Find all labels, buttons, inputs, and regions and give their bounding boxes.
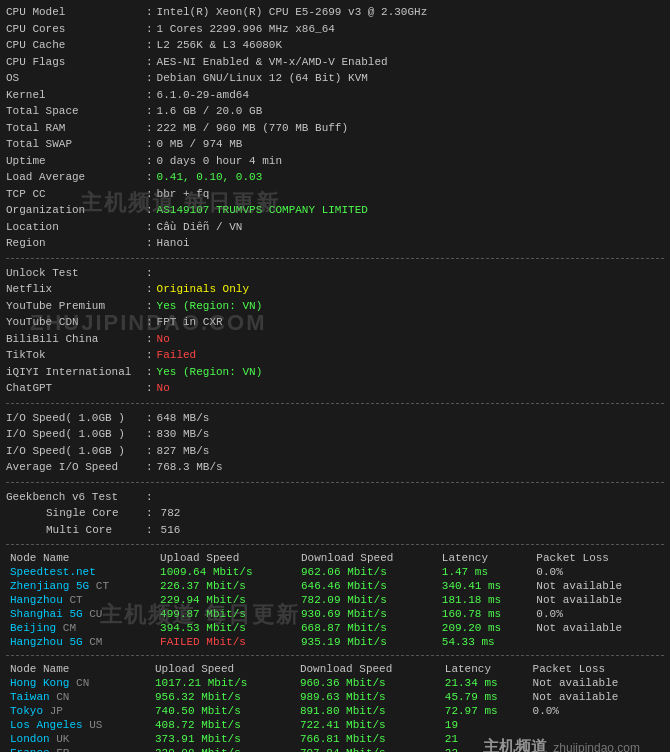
value-tiktok: Failed: [157, 347, 197, 364]
label-unlock-test: Unlock Test: [6, 265, 146, 282]
th-node-name-1: Node Name: [6, 551, 156, 565]
net1-pktloss-0: 0.0%: [532, 565, 664, 579]
divider-1: [6, 258, 664, 259]
net1-upload-5: FAILED Mbit/s: [156, 635, 297, 649]
net1-name-1: Zhenjiang 5G CT: [6, 579, 156, 593]
value-multi-core: 516: [161, 522, 181, 539]
net1-name-4: Beijing CM: [6, 621, 156, 635]
system-row-load-average: Load Average : 0.41, 0.10, 0.03: [6, 169, 664, 186]
system-row-total-swap: Total SWAP : 0 MB / 974 MB: [6, 136, 664, 153]
value-cpu-cores: 1 Cores 2299.996 MHz x86_64: [157, 21, 335, 38]
net1-latency-5: 54.33 ms: [438, 635, 533, 649]
net1-name-0: Speedtest.net: [6, 565, 156, 579]
net1-pktloss-3: 0.0%: [532, 607, 664, 621]
net2-name-4: London UK: [6, 732, 151, 746]
label-tcp-cc: TCP CC: [6, 186, 146, 203]
value-uptime: 0 days 0 hour 4 min: [157, 153, 282, 170]
divider-3: [6, 482, 664, 483]
net2-name-5: France FR: [6, 746, 151, 752]
net1-latency-1: 340.41 ms: [438, 579, 533, 593]
value-organization: AS149107 TRUMVPS COMPANY LIMITED: [157, 202, 368, 219]
net1-latency-0: 1.47 ms: [438, 565, 533, 579]
net1-pktloss-5: [532, 635, 664, 649]
th-pktloss-2: Packet Loss: [529, 662, 664, 676]
value-single-core: 782: [161, 505, 181, 522]
net2-upload-1: 956.32 Mbit/s: [151, 690, 296, 704]
net2-upload-2: 740.50 Mbit/s: [151, 704, 296, 718]
th-node-name-2: Node Name: [6, 662, 151, 676]
net1-download-1: 646.46 Mbit/s: [297, 579, 438, 593]
label-kernel: Kernel: [6, 87, 146, 104]
net1-pktloss-2: Not available: [532, 593, 664, 607]
net1-latency-3: 160.78 ms: [438, 607, 533, 621]
label-bilibili: BiliBili China: [6, 331, 146, 348]
net1-download-2: 782.09 Mbit/s: [297, 593, 438, 607]
bottom-brand-text: 主机频道: [483, 737, 547, 752]
label-io-3: I/O Speed( 1.0GB ): [6, 443, 146, 460]
label-total-space: Total Space: [6, 103, 146, 120]
net2-download-2: 891.80 Mbit/s: [296, 704, 441, 718]
main-container: 主机频道 每日更新 ZHUJIPINDAO.COM 主机频道 每日更新 CPU …: [0, 0, 670, 752]
th-latency-1: Latency: [438, 551, 533, 565]
system-row-cpu-flags: CPU Flags : AES-NI Enabled & VM-x/AMD-V …: [6, 54, 664, 71]
network1-row-1: Zhenjiang 5G CT226.37 Mbit/s646.46 Mbit/…: [6, 579, 664, 593]
net1-upload-1: 226.37 Mbit/s: [156, 579, 297, 593]
net2-latency-3: 19: [441, 718, 529, 732]
value-io-1: 648 MB/s: [157, 410, 210, 427]
network2-row-2: Tokyo JP740.50 Mbit/s891.80 Mbit/s72.97 …: [6, 704, 664, 718]
label-os: OS: [6, 70, 146, 87]
value-iqiyi: Yes (Region: VN): [157, 364, 263, 381]
net1-download-5: 935.19 Mbit/s: [297, 635, 438, 649]
net1-download-0: 962.06 Mbit/s: [297, 565, 438, 579]
value-cpu-model: Intel(R) Xeon(R) CPU E5-2699 v3 @ 2.30GH…: [157, 4, 428, 21]
io-section: I/O Speed( 1.0GB ) : 648 MB/s I/O Speed(…: [6, 410, 664, 476]
network1-row-0: Speedtest.net 1009.64 Mbit/s962.06 Mbit/…: [6, 565, 664, 579]
value-cpu-flags: AES-NI Enabled & VM-x/AMD-V Enabled: [157, 54, 388, 71]
system-row-region: Region : Hanoi: [6, 235, 664, 252]
network1-row-5: Hangzhou 5G CMFAILED Mbit/s935.19 Mbit/s…: [6, 635, 664, 649]
label-io-avg: Average I/O Speed: [6, 459, 146, 476]
io-row-avg: Average I/O Speed : 768.3 MB/s: [6, 459, 664, 476]
network2-row-3: Los Angeles US408.72 Mbit/s722.41 Mbit/s…: [6, 718, 664, 732]
divider-5: [6, 655, 664, 656]
net1-pktloss-4: Not available: [532, 621, 664, 635]
net2-pktloss-3: [529, 718, 664, 732]
value-region: Hanoi: [157, 235, 190, 252]
net1-upload-2: 229.94 Mbit/s: [156, 593, 297, 607]
label-io-2: I/O Speed( 1.0GB ): [6, 426, 146, 443]
network1-header-row: Node Name Upload Speed Download Speed La…: [6, 551, 664, 565]
label-cpu-model: CPU Model: [6, 4, 146, 21]
geekbench-section: Geekbench v6 Test : Single Core : 782 Mu…: [6, 489, 664, 539]
net2-name-0: Hong Kong CN: [6, 676, 151, 690]
th-upload-2: Upload Speed: [151, 662, 296, 676]
label-uptime: Uptime: [6, 153, 146, 170]
th-upload-1: Upload Speed: [156, 551, 297, 565]
label-organization: Organization: [6, 202, 146, 219]
label-load-average: Load Average: [6, 169, 146, 186]
bottom-brand: 主机频道 zhujipindao.com: [483, 737, 640, 752]
system-info-section: CPU Model : Intel(R) Xeon(R) CPU E5-2699…: [6, 4, 664, 252]
net2-download-1: 989.63 Mbit/s: [296, 690, 441, 704]
net2-upload-3: 408.72 Mbit/s: [151, 718, 296, 732]
th-download-2: Download Speed: [296, 662, 441, 676]
network1-table: Node Name Upload Speed Download Speed La…: [6, 551, 664, 649]
label-region: Region: [6, 235, 146, 252]
label-multi-core: Multi Core: [46, 522, 146, 539]
net1-name-2: Hangzhou CT: [6, 593, 156, 607]
net2-download-5: 707.84 Mbit/s: [296, 746, 441, 752]
net2-upload-0: 1017.21 Mbit/s: [151, 676, 296, 690]
net2-download-0: 960.36 Mbit/s: [296, 676, 441, 690]
unlock-row-title: Unlock Test :: [6, 265, 664, 282]
value-total-ram: 222 MB / 960 MB (770 MB Buff): [157, 120, 348, 137]
net2-download-4: 766.81 Mbit/s: [296, 732, 441, 746]
label-cpu-flags: CPU Flags: [6, 54, 146, 71]
bottom-brand-url: zhujipindao.com: [553, 741, 640, 753]
value-total-swap: 0 MB / 974 MB: [157, 136, 243, 153]
geekbench-multi-row: Multi Core : 516: [6, 522, 664, 539]
network1-row-3: Shanghai 5G CU499.87 Mbit/s930.69 Mbit/s…: [6, 607, 664, 621]
net2-pktloss-1: Not available: [529, 690, 664, 704]
label-cpu-cores: CPU Cores: [6, 21, 146, 38]
value-load-average: 0.41, 0.10, 0.03: [157, 169, 263, 186]
value-cpu-cache: L2 256K & L3 46080K: [157, 37, 282, 54]
value-io-avg: 768.3 MB/s: [157, 459, 223, 476]
